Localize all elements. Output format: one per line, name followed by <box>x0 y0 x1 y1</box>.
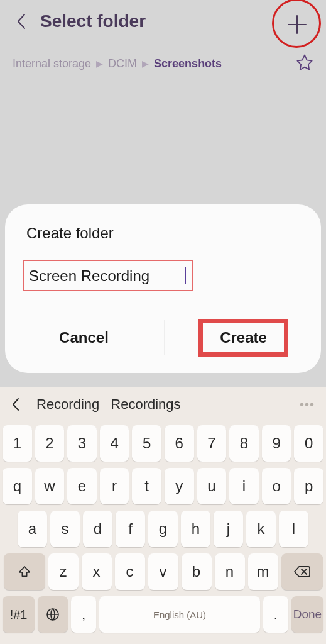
breadcrumb-item[interactable]: Internal storage <box>13 57 91 70</box>
breadcrumb: Internal storage ▶ DCIM ▶ Screenshots <box>0 38 326 80</box>
key-b[interactable]: b <box>182 553 212 590</box>
add-folder-button[interactable] <box>284 11 310 38</box>
key-m[interactable]: m <box>248 553 278 590</box>
key-9[interactable]: 9 <box>262 425 291 462</box>
key-5[interactable]: 5 <box>132 425 161 462</box>
keyboard: Recording Recordings ••• 1 2 3 4 5 6 7 8… <box>0 387 326 644</box>
cancel-button[interactable]: Cancel <box>41 320 126 355</box>
key-o[interactable]: o <box>262 468 291 504</box>
key-l[interactable]: l <box>279 511 308 547</box>
key-3[interactable]: 3 <box>67 425 97 462</box>
number-row: 1 2 3 4 5 6 7 8 9 0 <box>3 425 323 462</box>
letter-row-3: z x c v b n m <box>3 553 323 590</box>
comma-key[interactable]: , <box>71 596 96 633</box>
key-1[interactable]: 1 <box>3 425 32 462</box>
plus-icon <box>286 13 308 36</box>
suggestion-bar: Recording Recordings ••• <box>0 387 326 421</box>
key-4[interactable]: 4 <box>100 425 129 462</box>
key-rows: 1 2 3 4 5 6 7 8 9 0 q w e r t y u i o p … <box>0 421 326 644</box>
back-button[interactable] <box>11 11 31 31</box>
suggestion-more-button[interactable]: ••• <box>300 397 320 412</box>
key-n[interactable]: n <box>215 553 245 590</box>
globe-icon <box>45 607 60 622</box>
key-p[interactable]: p <box>294 468 323 504</box>
dialog-buttons: Cancel Create <box>23 314 303 355</box>
page-title: Select folder <box>40 11 146 31</box>
key-c[interactable]: c <box>115 553 145 590</box>
key-s[interactable]: s <box>50 511 80 547</box>
chevron-right-icon: ▶ <box>142 58 149 69</box>
breadcrumb-item[interactable]: DCIM <box>108 57 137 70</box>
dialog-title: Create folder <box>26 225 303 242</box>
key-0[interactable]: 0 <box>294 425 323 462</box>
folder-name-input[interactable] <box>24 261 192 290</box>
letter-row-2: a s d f g h j k l <box>3 511 323 547</box>
key-f[interactable]: f <box>116 511 145 547</box>
key-a[interactable]: a <box>18 511 47 547</box>
key-6[interactable]: 6 <box>165 425 194 462</box>
key-e[interactable]: e <box>67 468 97 504</box>
chevron-left-icon <box>16 13 26 30</box>
key-i[interactable]: i <box>229 468 259 504</box>
key-8[interactable]: 8 <box>229 425 259 462</box>
key-r[interactable]: r <box>100 468 129 504</box>
key-q[interactable]: q <box>3 468 32 504</box>
letter-row-1: q w e r t y u i o p <box>3 468 323 504</box>
shift-key[interactable] <box>4 553 45 590</box>
suggestion-word[interactable]: Recordings <box>111 396 180 413</box>
key-g[interactable]: g <box>148 511 178 547</box>
shift-icon <box>18 565 31 579</box>
key-v[interactable]: v <box>148 553 178 590</box>
language-key[interactable] <box>38 596 68 633</box>
key-7[interactable]: 7 <box>197 425 227 462</box>
annotation-input-highlight <box>23 260 193 291</box>
favorite-button[interactable] <box>296 53 313 74</box>
key-w[interactable]: w <box>35 468 65 504</box>
key-h[interactable]: h <box>181 511 210 547</box>
period-key[interactable]: . <box>263 596 288 633</box>
key-k[interactable]: k <box>246 511 276 547</box>
create-button[interactable]: Create <box>202 320 285 355</box>
chevron-left-icon <box>11 397 20 411</box>
divider <box>164 320 165 355</box>
symbols-key[interactable]: !#1 <box>3 596 35 633</box>
key-2[interactable]: 2 <box>35 425 65 462</box>
header: Select folder <box>0 0 326 38</box>
star-icon <box>296 53 313 71</box>
chevron-right-icon: ▶ <box>96 58 103 69</box>
key-y[interactable]: y <box>165 468 194 504</box>
backspace-key[interactable] <box>281 553 323 590</box>
breadcrumb-item-current[interactable]: Screenshots <box>154 57 222 70</box>
bottom-row: !#1 , English (AU) . Done <box>3 596 323 633</box>
space-key[interactable]: English (AU) <box>99 596 260 633</box>
backspace-icon <box>293 565 311 578</box>
key-d[interactable]: d <box>83 511 112 547</box>
suggestion-word[interactable]: Recording <box>36 396 99 413</box>
key-u[interactable]: u <box>197 468 227 504</box>
key-t[interactable]: t <box>132 468 161 504</box>
key-j[interactable]: j <box>214 511 243 547</box>
key-z[interactable]: z <box>48 553 79 590</box>
create-folder-dialog: Create folder Cancel Create <box>5 204 321 373</box>
text-cursor <box>185 267 186 284</box>
key-x[interactable]: x <box>82 553 112 590</box>
suggestion-back-button[interactable] <box>6 395 25 414</box>
done-key[interactable]: Done <box>291 596 323 633</box>
